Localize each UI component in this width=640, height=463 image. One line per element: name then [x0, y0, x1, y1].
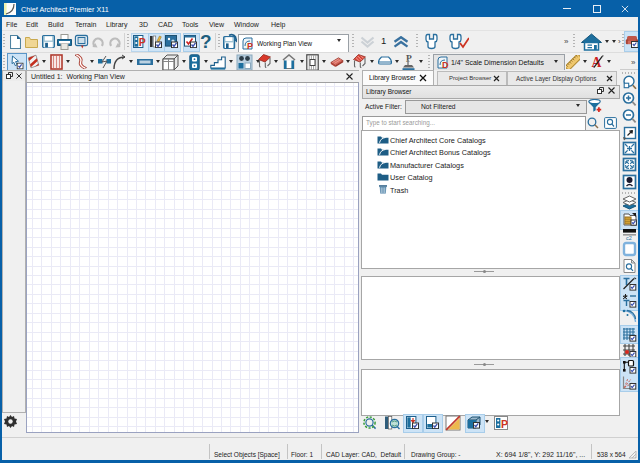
svg-text:P: P [406, 54, 412, 64]
svg-text:A: A [591, 54, 601, 69]
svg-text:P: P [138, 36, 145, 48]
svg-text:P: P [501, 418, 508, 430]
svg-text:D: D [442, 60, 449, 69]
svg-text:P: P [247, 41, 253, 50]
svg-text:c2: c2 [626, 235, 632, 241]
